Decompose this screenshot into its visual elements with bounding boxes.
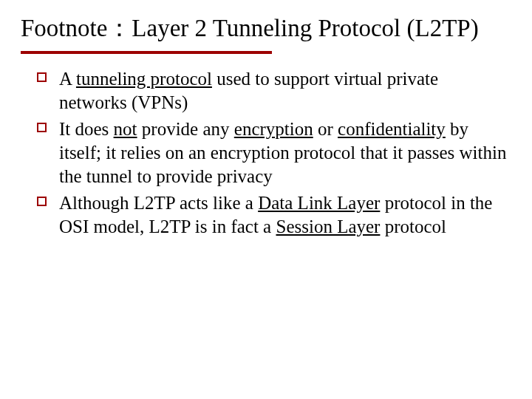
text-run: It does [59,119,114,139]
underlined-text: not [114,119,137,139]
underlined-text: encryption [234,119,313,139]
square-bullet-icon [37,123,47,132]
list-item: It does not provide any encryption or co… [37,117,507,188]
text-run: Although L2TP acts like a [59,193,258,213]
text-run: or [313,119,338,139]
text-run: A [59,69,76,89]
text-run: provide any [137,119,234,139]
square-bullet-icon [37,72,47,82]
underlined-text: tunneling protocol [76,69,212,89]
text-run: protocol [380,216,446,236]
square-bullet-icon [37,197,47,206]
underlined-text: Session Layer [276,216,380,236]
list-item: A tunneling protocol used to support vir… [37,67,507,115]
bullet-list: A tunneling protocol used to support vir… [21,67,511,239]
underlined-text: Data Link Layer [258,193,380,213]
underlined-text: confidentiality [338,119,446,139]
slide: Footnote：Layer 2 Tunneling Protocol (L2T… [0,0,532,399]
slide-title: Footnote：Layer 2 Tunneling Protocol (L2T… [21,13,511,44]
title-underline [21,51,272,54]
list-item: Although L2TP acts like a Data Link Laye… [37,191,507,239]
